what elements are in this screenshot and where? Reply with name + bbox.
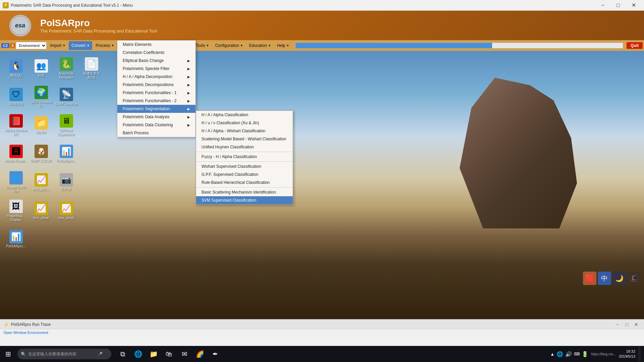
desktop-icon-anaconda[interactable]: 🐍 Anaconda Navigator [54,54,79,83]
menu-item-poldata[interactable]: Polarimetric Data Analysis ▶ [117,113,195,121]
tif-icon: 📷 [60,173,73,187]
desktop-icon-polsarpro2[interactable]: 📊 PolSARpro... [3,225,28,254]
convert-menu-btn[interactable]: Convert ▼ [69,41,92,50]
desktop-icon-snap[interactable]: 📡 SNAP Desktop [54,83,79,111]
run-trace-maximize[interactable]: □ [623,321,631,328]
maximize-button[interactable]: □ [610,0,626,11]
menu-item-batch[interactable]: Batch Process [117,129,195,137]
desktop-icon-adobe-cc[interactable]: 🅰 Adobe Creati... [3,140,28,168]
desktop-icon-envi[interactable]: 📈 envi_plot.... [28,168,54,197]
close-button[interactable]: ✕ [626,0,641,11]
desktop-icon-gimp[interactable]: 🐶 GIMP 2.10.10 [28,140,54,168]
desktop-icon-empty5 [79,197,104,225]
desktop-icon-empty1 [79,83,104,111]
menu-item-matrix[interactable]: Matrix Elements [117,41,195,49]
qgis-icon: 🌍 [35,86,48,99]
float-icon-2[interactable]: 中 [598,272,611,285]
desktop-icon-google-earth[interactable]: 🌐 Google Earth Pro [3,168,28,197]
menu-item-poldecomp[interactable]: Polarimetric Decompositions ▶ [117,81,195,89]
menu-item-polfunc2[interactable]: Polarimetric Functionalities - 2 ▶ [117,97,195,105]
desktop-icon-qgis[interactable]: 🌍 QGIS Desktop 3... [28,83,54,111]
adobe-cc-icon: 🅰 [9,145,23,158]
envi2-icon: 📈 [35,202,48,215]
taskbar-mail-btn[interactable]: ✉ [177,347,192,361]
menu-item-polfunc1[interactable]: Polarimetric Functionalities - 1 ▶ [117,89,195,97]
float-icon-1[interactable]: 🟥 [583,272,596,285]
taskbar-view-btn[interactable]: ⧉ [115,347,130,361]
imagemag-icon: 🖼 [9,200,23,213]
quit-button[interactable]: Quit [627,42,643,49]
polseg-item-svm[interactable]: SVM Supervised Classification [196,196,293,204]
polseg-item-scatter-wishart[interactable]: Scattering Model Based - Wishart Classif… [196,135,293,143]
run-trace-close[interactable]: ✕ [632,321,641,328]
configuration-arrow-icon: ▼ [240,44,243,47]
menu-item-polcluster[interactable]: Polarimetric Data Clustering ▶ [117,121,195,129]
configuration-menu-btn[interactable]: Configuration ▼ [213,41,246,50]
education-arrow-icon: ▼ [268,44,271,47]
desktop-icon-qq[interactable]: 🐧 腾讯QQ [3,54,28,83]
float-icon-4[interactable]: 🎩 [627,272,641,285]
polseg-item-rule[interactable]: Rule-Based Hierarchical Classification [196,178,293,187]
search-input[interactable] [28,352,95,356]
envi-icon: 📈 [35,173,48,187]
volume-icon: 🔊 [565,351,572,357]
taskbar-pen-btn[interactable]: ✒ [208,347,223,361]
polseg-item-huv[interactable]: H / u / v Classification (Xu & Jin) [196,119,293,127]
sys-tray-icons: ▲ 🌐 🔊 ⌨ 🔋 [550,351,588,357]
menu-item-elliptical[interactable]: Elliptical Basis Change ▶ [117,57,195,65]
import-menu[interactable]: Import ▼ [47,41,68,50]
desktop-icon-360[interactable]: 🛡 360优化器 [3,83,28,111]
taskbar-folder-btn[interactable]: 📁 [146,347,161,361]
show-desktop-btn[interactable] [638,347,641,361]
polseg-item-unified[interactable]: Unified Huynen Classification [196,143,293,151]
menu-bar: C2 S Environment Import ▼ Convert ▼ Proc… [0,40,644,51]
taskbar-edge-btn[interactable]: 🌐 [131,347,145,361]
polseg-item-wishart-sup[interactable]: Wishart Supervised Classification [196,162,293,170]
process-menu-btn[interactable]: Process ▼ [93,41,117,50]
polseg-item-halpha-wishart[interactable]: H / A / Alpha - Wishart Classification [196,127,293,135]
process-arrow-icon: ▼ [111,44,114,47]
desktop-icon-myfile[interactable]: 📁 My file [28,111,54,140]
taskbar-chrome-btn[interactable]: 🌈 [192,347,207,361]
float-icon-3[interactable]: 🌙 [612,272,626,285]
desktop-icon-friends[interactable]: 👥 好友 [28,54,54,83]
process-dropdown: Matrix Elements Correlation Coefficients… [117,40,196,137]
environment-select[interactable]: Environment [16,42,47,49]
submenu-arrow-poldata: ▶ [187,115,190,119]
txt-icon: 📄 [85,57,98,71]
app-name: PolSARpro [40,18,157,28]
desktop-icon-acrobat[interactable]: 📕 Adobe Acrobat DC [3,111,28,140]
s-badge: S [10,43,15,48]
desktop-icon-geforce[interactable]: 🖥 GeForce Experience [54,111,79,140]
desktop-icon-e47[interactable]: 📷 E47.tif [54,168,79,197]
desktop-icon-imagemag[interactable]: 🖼 ImageMag... Display [3,197,28,225]
education-menu-btn[interactable]: Education ▼ [246,41,274,50]
menu-item-correlation[interactable]: Correlation Coefficients [117,49,195,57]
minimize-button[interactable]: − [595,0,610,11]
360-icon: 🛡 [9,88,23,101]
polseg-item-halpha-class[interactable]: H / A / Alpha Classification [196,111,293,119]
taskbar-search[interactable]: 🔍 🎤 [17,349,111,359]
esa-logo-circle: esa [9,15,31,37]
desktop-icon-polsarpro[interactable]: 📊 PolSARpro... [54,140,79,168]
tools-menu-btn[interactable]: Tools ▼ [193,41,212,50]
qq-icon: 🐧 [9,59,23,73]
menu-item-halpha[interactable]: H / A / Alpha Decomposition ▶ [117,73,195,81]
polseg-item-fuzzy[interactable]: Fuzzy - H / Alpha Classification [196,153,293,161]
run-trace-controls: − □ ✕ [613,321,641,328]
polseg-item-basic-scatter[interactable]: Basic Scattering Mechanism Identificatio… [196,188,293,196]
logo-area: esa PolSARpro The Polarimetric SAR Data … [7,14,157,37]
run-trace-minimize[interactable]: − [613,321,622,328]
desktop-icon-newplot[interactable]: 📈 new_plotdi [54,197,79,225]
clock[interactable]: 18:32 2019/5/13 [619,349,635,359]
help-menu-btn[interactable]: Help ▼ [274,41,292,50]
menu-item-polseg[interactable]: Polarimetric Segmentation ▶ [117,105,195,113]
run-trace-text: Open Window Environment [3,331,48,335]
desktop-icon-envi2[interactable]: 📈 envi_plotai [28,197,54,225]
app-subtitle: The Polarimetric SAR Data Processing and… [40,28,157,33]
start-button[interactable]: ⊞ [0,346,16,362]
desktop-icon-txt[interactable]: 📄 新建文本文档.txt [79,54,104,83]
menu-item-speckle[interactable]: Polarimetric Speckle Filter ▶ [117,65,195,73]
taskbar-store-btn[interactable]: 🛍 [162,347,176,361]
polseg-item-gpf[interactable]: G.P.F. Supervised Classification [196,170,293,178]
